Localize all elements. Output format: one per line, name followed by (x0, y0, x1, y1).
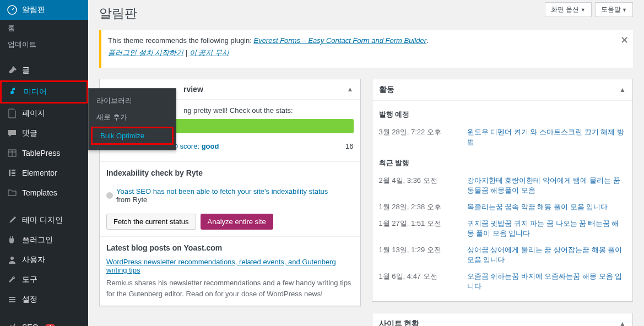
seo-good-count: 16 (345, 142, 353, 150)
plugin-notice: This theme recommends the following plug… (99, 30, 633, 68)
seo-dot-grey-icon (106, 192, 113, 199)
sidebar-item-pages[interactable]: 페이지 (0, 104, 88, 123)
dashboard-icon (7, 4, 18, 15)
notice-sep: | (186, 48, 190, 57)
svg-point-1 (10, 91, 14, 94)
sidebar-label-theme: 테마 디자인 (22, 215, 63, 225)
brush-icon (7, 215, 18, 226)
sidebar-item-elementor[interactable]: Elementor (0, 163, 88, 183)
sidebar-item-plugins[interactable]: 플러그인 (0, 230, 88, 250)
sidebar-item-posts[interactable]: 글 (0, 61, 88, 80)
activity-time: 2월 4일, 3:36 오전 (379, 176, 451, 195)
submenu-item-bulk-optimize[interactable]: Bulk Optimize (91, 127, 174, 145)
notice-text: This theme recommends the following plug… (108, 36, 253, 45)
templates-icon (7, 187, 18, 198)
sidebar-item-settings[interactable]: 설정 (0, 290, 88, 309)
sidebar-item-tools[interactable]: 도구 (0, 270, 88, 290)
activity-time: 1월 6일, 4:47 오전 (379, 271, 451, 291)
activity-link[interactable]: 윈도우 디펜더 켜기 와 스마트스크린 끄기 해제 방법 (467, 127, 626, 147)
sidebar-item-templates[interactable]: Templates (0, 183, 88, 203)
user-icon (7, 254, 18, 265)
activity-item: 1월 6일, 4:47 오전오줌꿈 쉬하는꿈 바지에 오줌싸는꿈 해몽 모음 입… (379, 268, 626, 295)
sidebar-label-settings: 설정 (22, 295, 37, 305)
activity-header: 활동 ▲ (372, 79, 633, 101)
toggle-icon[interactable]: ▲ (619, 86, 626, 94)
admin-sidebar: 알림판 홈 업데이트 글 미디어 페이지 댓글 TablePress Eleme… (0, 0, 88, 326)
sidebar-item-dashboard[interactable]: 알림판 (0, 0, 88, 20)
help-button[interactable]: 도움말 (595, 2, 633, 17)
seo-good-label: good (202, 142, 219, 150)
sidebar-label-plugins: 플러그인 (22, 235, 53, 245)
main-content: 화면 옵션 도움말 알림판 This theme recommends the … (88, 0, 644, 326)
submenu-item-add-new[interactable]: 새로 추가 (89, 109, 176, 126)
activity-time: 1월 28일, 2:38 오후 (379, 202, 451, 212)
activity-link[interactable]: 오줌꿈 쉬하는꿈 바지에 오줌싸는꿈 해몽 모음 입니다 (467, 271, 626, 291)
sidebar-label-media: 미디어 (24, 87, 47, 97)
blog-section: Latest blog posts on Yoast.com WordPress… (100, 236, 360, 306)
activity-item: 2월 4일, 3:36 오전강아지한테 호랑이한테 악어에게 뱀에 물리는 꿈 … (379, 172, 626, 199)
blog-link[interactable]: WordPress newsletter recommendations, re… (106, 258, 354, 274)
notice-plugin-link[interactable]: Everest Forms – Easy Contact Form and Fo… (253, 36, 426, 45)
table-icon (7, 148, 18, 159)
activity-link[interactable]: 강아지한테 호랑이한테 악어에게 뱀에 물리는 꿈 동물꿈 해몽풀이 모음 (467, 176, 626, 195)
svg-rect-8 (12, 175, 15, 176)
activity-time: 1월 13일, 1:29 오전 (379, 245, 451, 265)
indexability-title: Indexability check by Ryte (106, 169, 354, 177)
pin-icon (7, 65, 18, 76)
top-buttons: 화면 옵션 도움말 (545, 2, 633, 17)
media-submenu: 라이브러리 새로 추가 Bulk Optimize (88, 88, 176, 150)
activity-item: 3월 28일, 7:22 오후윈도우 디펜더 켜기 와 스마트스크린 끄기 해제… (379, 124, 626, 150)
notice-dismiss-link[interactable]: 이 공지 무시 (190, 48, 229, 57)
fetch-status-button[interactable]: Fetch the current status (106, 214, 196, 230)
comment-icon (7, 128, 18, 139)
activity-item: 1월 28일, 2:38 오후목졸리는꿈 꿈속 악꿈 해몽 풀이 모음 입니다 (379, 199, 626, 215)
sidebar-item-tablepress[interactable]: TablePress (0, 143, 88, 163)
indexability-text[interactable]: Yoast SEO has not been able to fetch you… (116, 187, 328, 195)
notice-install-link[interactable]: 플러그인 설치 시작하기 (108, 48, 183, 57)
wrench-icon (7, 274, 18, 285)
sidebar-item-home[interactable]: 홈 (0, 20, 88, 36)
sidebar-label-tablepress: TablePress (22, 149, 60, 157)
activity-link[interactable]: 목졸리는꿈 꿈속 악꿈 해몽 풀이 모음 입니다 (467, 202, 608, 212)
blog-title: Latest blog posts on Yoast.com (106, 243, 354, 252)
page-icon (7, 108, 18, 119)
svg-rect-6 (12, 170, 15, 171)
close-icon[interactable]: ✕ (620, 34, 629, 46)
svg-rect-10 (9, 297, 15, 298)
elementor-icon (7, 167, 18, 178)
sidebar-item-appearance[interactable]: 테마 디자인 (0, 210, 88, 230)
activity-list: 3월 28일, 7:22 오후윈도우 디펜더 켜기 와 스마트스크린 끄기 해제… (379, 124, 626, 295)
sidebar-label-posts: 글 (22, 66, 30, 75)
site-status-box: 사이트 현황 ▲ (372, 313, 634, 326)
activity-time: 3월 28일, 7:22 오후 (379, 127, 451, 147)
screen-options-button[interactable]: 화면 옵션 (545, 2, 592, 17)
site-status-header: 사이트 현황 ▲ (372, 313, 633, 326)
activity-time: 1월 27일, 1:51 오전 (379, 219, 451, 238)
activity-link[interactable]: 상어꿈 상어에게 물리는 꿈 상어잡는꿈 해몽 풀이 모음 입니다 (467, 245, 626, 265)
activity-title: 활동 (379, 85, 394, 95)
activity-link[interactable]: 귀지꿈 귓밥꿈 귀지 파는 꿈 나오는 꿈 빼는꿈 해몽 풀이 모음 입니다 (467, 219, 626, 238)
scheduled-title: 발행 예정 (379, 107, 626, 124)
svg-rect-5 (9, 170, 10, 176)
recent-title: 최근 발행 (379, 156, 626, 172)
submenu-item-library[interactable]: 라이브러리 (89, 93, 176, 109)
sidebar-label-elementor: Elementor (22, 169, 57, 177)
analyze-site-button[interactable]: Analyze entire site (201, 214, 273, 230)
media-icon (8, 86, 19, 97)
sidebar-item-comments[interactable]: 댓글 (0, 123, 88, 143)
sidebar-label-dashboard: 알림판 (22, 5, 45, 15)
settings-icon (7, 294, 18, 305)
svg-rect-7 (12, 172, 15, 174)
sidebar-item-updates[interactable]: 업데이트 (0, 36, 88, 53)
sidebar-item-users[interactable]: 사용자 (0, 250, 88, 270)
svg-rect-12 (9, 301, 15, 302)
sidebar-item-media[interactable]: 미디어 (0, 80, 88, 104)
sidebar-label-comments: 댓글 (22, 128, 37, 138)
sidebar-label-templates: Templates (22, 188, 57, 197)
plugin-icon (7, 235, 18, 246)
toggle-icon[interactable]: ▲ (347, 85, 354, 93)
blog-desc: Remkus shares his newsletter recommendat… (106, 278, 354, 299)
toggle-icon[interactable]: ▲ (619, 320, 626, 326)
sidebar-label-tools: 도구 (22, 275, 37, 285)
sidebar-item-seo[interactable]: SEO 4 (0, 317, 88, 326)
